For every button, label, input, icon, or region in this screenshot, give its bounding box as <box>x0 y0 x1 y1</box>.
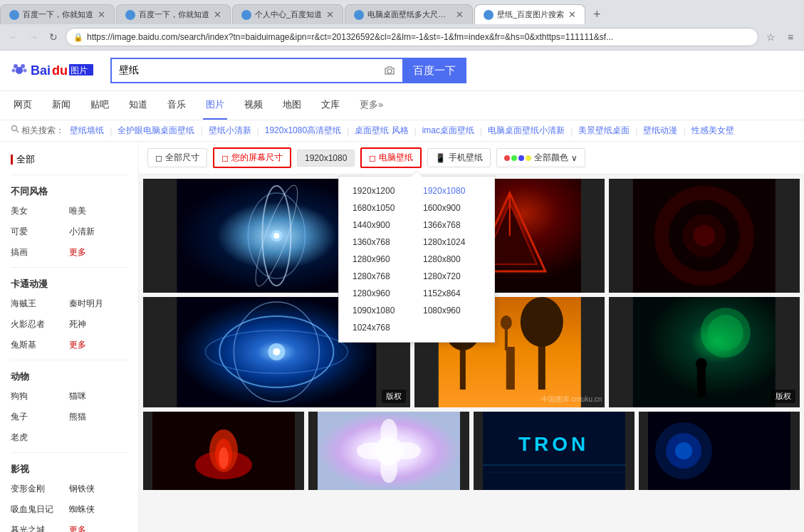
size-option-r1[interactable]: 1600x900 <box>420 201 484 215</box>
sidebar-all-item[interactable]: 全部 <box>0 149 138 170</box>
address-input[interactable]: 🔒 https://image.baidu.com/search/index?t… <box>66 28 758 46</box>
sidebar-item-more-style[interactable]: 更多 <box>69 245 127 260</box>
sidebar-item-pirate[interactable]: 海贼王 <box>11 296 69 311</box>
size-option-r3[interactable]: 1280x1024 <box>420 235 484 249</box>
size-1920-btn[interactable]: 1920x1080 <box>297 150 355 167</box>
sidebar-item-transformers[interactable]: 变形金刚 <box>11 481 69 496</box>
nav-library[interactable]: 文库 <box>318 91 343 120</box>
size-option-7[interactable]: 1090x1080 <box>350 303 413 318</box>
size-option-1[interactable]: 1680x1050 <box>350 201 413 215</box>
sidebar-item-aesthetic[interactable]: 唯美 <box>69 204 127 219</box>
size-option-8[interactable]: 1024x768 <box>350 320 413 335</box>
your-screen-btn[interactable]: ◻ 您的屏幕尺寸 <box>213 147 291 168</box>
search-box-wrap: 百度一下 <box>110 58 466 83</box>
reload-button[interactable]: ↻ <box>46 29 61 45</box>
svg-point-53 <box>380 419 397 447</box>
size-option-r7[interactable]: 1080x960 <box>420 303 484 318</box>
back-button[interactable]: ← <box>6 29 21 45</box>
nav-images[interactable]: 图片 <box>203 91 227 120</box>
sidebar-item-funny[interactable]: 搞画 <box>11 245 69 260</box>
image-item-3[interactable] <box>609 179 800 293</box>
image-item-10[interactable] <box>639 412 800 490</box>
tab-3[interactable]: 个人中心_百度知道 ✕ <box>232 4 343 24</box>
tab-favicon-5 <box>484 10 494 20</box>
forward-button[interactable]: → <box>26 29 41 45</box>
sidebar-divider-3 <box>11 452 127 453</box>
nav-webpage[interactable]: 网页 <box>11 91 35 120</box>
camera-button[interactable] <box>377 58 402 83</box>
sidebar-item-naruto[interactable]: 火影忍者 <box>11 317 69 332</box>
related-item-2[interactable]: 壁纸小清新 <box>209 125 251 137</box>
sidebar-item-more-anime[interactable]: 更多 <box>69 338 127 353</box>
sidebar-item-qinshi[interactable]: 秦时明月 <box>69 296 127 311</box>
size-option-0[interactable]: 1920x1200 <box>350 184 413 198</box>
sidebar-item-vampire[interactable]: 吸血鬼日记 <box>11 502 69 517</box>
related-item-8[interactable]: 壁纸动漫 <box>643 125 677 137</box>
menu-button[interactable]: ≡ <box>783 29 798 45</box>
size-option-r2[interactable]: 1366x768 <box>420 218 484 232</box>
sidebar-item-cute[interactable]: 可爱 <box>11 224 69 239</box>
image-item-6[interactable]: 版权 <box>609 297 800 407</box>
nav-video[interactable]: 视频 <box>241 91 266 120</box>
sidebar-item-tiger[interactable]: 老虎 <box>11 430 69 445</box>
size-option-r6[interactable]: 1152x864 <box>420 286 484 301</box>
tab-close-1[interactable]: ✕ <box>98 9 105 20</box>
sidebar-item-panda[interactable]: 熊猫 <box>69 410 127 424</box>
image-item-8[interactable] <box>308 412 469 490</box>
sidebar-item-ironman[interactable]: 钢铁侠 <box>69 481 127 496</box>
tab-close-4[interactable]: ✕ <box>456 9 464 20</box>
dot-red <box>504 155 510 161</box>
size-option-r4[interactable]: 1280x800 <box>420 252 484 266</box>
search-button[interactable]: 百度一下 <box>402 58 466 83</box>
bookmark-button[interactable]: ☆ <box>763 29 778 45</box>
related-item-4[interactable]: 桌面壁纸 风格 <box>355 125 408 137</box>
sidebar-item-cat[interactable]: 猫咪 <box>69 389 127 404</box>
desktop-btn[interactable]: ◻ 电脑壁纸 <box>360 147 422 168</box>
sidebar-item-spiderman[interactable]: 蜘蛛侠 <box>69 502 127 517</box>
search-input[interactable] <box>110 58 377 83</box>
related-item-0[interactable]: 壁纸墙纸 <box>70 125 104 137</box>
related-item-5[interactable]: imac桌面壁纸 <box>422 125 474 137</box>
new-tab-button[interactable]: + <box>587 4 607 24</box>
all-color-btn[interactable]: 全部颜色 ∨ <box>496 148 585 167</box>
screen-icon: ◻ <box>221 153 229 163</box>
sidebar-item-bleach[interactable]: 死神 <box>69 317 127 332</box>
size-option-r0[interactable]: 1920x1080 <box>420 184 484 198</box>
sidebar-item-twilight[interactable]: 暮光之城 <box>11 523 69 532</box>
size-option-2[interactable]: 1440x900 <box>350 218 413 232</box>
related-item-7[interactable]: 美景壁纸桌面 <box>578 125 630 137</box>
sidebar-item-rabbit[interactable]: 兔子 <box>11 410 69 424</box>
size-option-6[interactable]: 1280x960 <box>350 286 413 301</box>
related-item-6[interactable]: 电脑桌面壁纸小清新 <box>488 125 565 137</box>
sidebar-item-beauty[interactable]: 美女 <box>11 204 69 219</box>
tab-close-3[interactable]: ✕ <box>326 9 334 20</box>
size-option-5[interactable]: 1280x768 <box>350 269 413 283</box>
nav-tieba[interactable]: 贴吧 <box>88 91 112 120</box>
tab-close-2[interactable]: ✕ <box>214 9 221 20</box>
size-option-4[interactable]: 1280x960 <box>350 252 413 266</box>
nav-music[interactable]: 音乐 <box>165 91 189 120</box>
nav-map[interactable]: 地图 <box>280 91 304 120</box>
size-option-r5[interactable]: 1280x720 <box>420 269 484 283</box>
sidebar-item-dog[interactable]: 狗狗 <box>11 389 69 404</box>
nav-zhidao[interactable]: 知道 <box>126 91 150 120</box>
all-size-btn[interactable]: ◻ 全部尺寸 <box>147 148 207 167</box>
sidebar-item-tuski[interactable]: 兔斯基 <box>11 338 69 353</box>
svg-point-56 <box>392 442 421 459</box>
related-item-9[interactable]: 性感美女壁 <box>691 125 734 137</box>
image-item-9[interactable]: TRON <box>474 412 635 490</box>
tab-2[interactable]: 百度一下，你就知道 ✕ <box>116 4 231 24</box>
nav-more[interactable]: 更多» <box>357 91 386 120</box>
tab-4[interactable]: 电脑桌面壁纸多大尺寸_百... ✕ <box>345 4 473 24</box>
tab-close-5[interactable]: ✕ <box>568 9 576 20</box>
size-option-3[interactable]: 1360x768 <box>350 235 413 249</box>
image-item-7[interactable] <box>143 412 304 490</box>
tab-5[interactable]: 壁纸_百度图片搜索 ✕ <box>474 4 585 24</box>
sidebar-item-more-film[interactable]: 更多 <box>69 523 127 532</box>
mobile-btn[interactable]: 📱 手机壁纸 <box>427 148 491 167</box>
nav-news[interactable]: 新闻 <box>49 91 73 120</box>
tab-1[interactable]: 百度一下，你就知道 ✕ <box>0 4 115 24</box>
related-item-3[interactable]: 1920x1080高清壁纸 <box>265 125 341 137</box>
sidebar-item-fresh[interactable]: 小清新 <box>69 224 127 239</box>
related-item-1[interactable]: 全护眼电脑桌面壁纸 <box>118 125 194 137</box>
